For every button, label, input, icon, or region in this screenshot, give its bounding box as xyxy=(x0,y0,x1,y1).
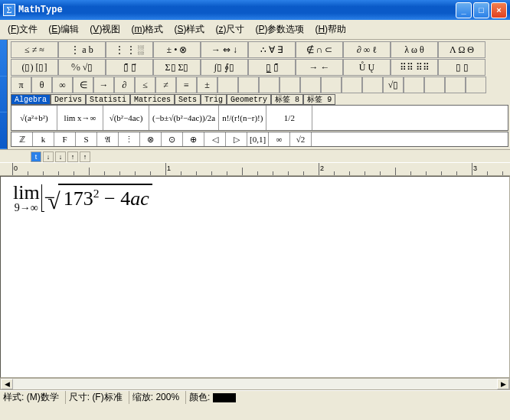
menu-样式[interactable]: (S)样式 xyxy=(169,21,209,37)
palette-button[interactable]: Ů Ų xyxy=(343,59,391,76)
tab-geometry[interactable]: Geometry xyxy=(227,94,271,105)
palette-button[interactable]: ▯̄ ▯⃗ xyxy=(106,59,153,76)
symbol-button[interactable]: ⋮ xyxy=(119,132,140,146)
menu-格式[interactable]: (m)格式 xyxy=(126,21,168,37)
palette-button[interactable]: ∴ ∀ ∃ xyxy=(248,41,296,58)
scroll-left-icon[interactable]: ◀ xyxy=(1,379,13,389)
palette-button[interactable]: ∞ xyxy=(52,77,73,93)
palette-button[interactable]: ▯ ▯ xyxy=(438,59,485,76)
dock-handle[interactable] xyxy=(0,40,8,149)
palette-button[interactable]: → xyxy=(93,77,114,93)
symbol-button[interactable]: ⊕ xyxy=(183,132,204,146)
palette-button[interactable]: ⋮ a b xyxy=(58,41,106,58)
menu-帮助[interactable]: (H)帮助 xyxy=(310,21,351,37)
template-button[interactable]: √(a²+b²) xyxy=(11,106,57,130)
palette-button[interactable] xyxy=(445,77,466,93)
scroll-right-icon[interactable]: ▶ xyxy=(497,379,509,389)
slot-button[interactable]: ↑ xyxy=(80,151,90,162)
palette-button[interactable]: (▯) [▯] xyxy=(11,59,58,76)
palette-button[interactable]: ▯̲ ▯̄ xyxy=(248,59,296,76)
palette-button[interactable]: ≡ xyxy=(176,77,197,93)
symbol-button[interactable]: ∞ xyxy=(269,132,290,146)
tab-标签 9[interactable]: 标签 9 xyxy=(303,94,335,105)
tab-derivs[interactable]: Derivs xyxy=(51,94,86,105)
tool-area: ≤ ≠ ≈⋮ a b⋮ ⋮ ░± • ⊗→ ⇔ ↓∴ ∀ ∃∉ ∩ ⊂∂ ∞ ℓ… xyxy=(0,40,510,150)
symbol-button[interactable]: ⊙ xyxy=(162,132,183,146)
palette-button[interactable]: ± • ⊗ xyxy=(153,41,201,58)
palette-button[interactable]: Σ▯ Σ▯ xyxy=(153,59,201,76)
color-swatch[interactable] xyxy=(213,393,236,402)
palette-button[interactable] xyxy=(217,77,238,93)
horizontal-scrollbar[interactable]: ◀ ▶ xyxy=(0,378,510,390)
slot-button[interactable]: ↑ xyxy=(67,151,78,162)
template-button[interactable]: √(b²−4ac) xyxy=(103,106,149,130)
minimize-button[interactable]: _ xyxy=(456,2,472,18)
symbol-button[interactable]: F xyxy=(54,132,76,146)
template-button[interactable]: n!/(r!(n−r)!) xyxy=(219,106,266,130)
close-button[interactable]: × xyxy=(491,2,507,18)
menu-编辑[interactable]: (E)编辑 xyxy=(44,21,83,37)
sqrt-icon: √ xyxy=(47,190,60,213)
menu-文件[interactable]: (F)文件 xyxy=(3,21,42,37)
equation-canvas[interactable]: lim 9→∞ − √ 1732 − 4ac xyxy=(0,176,510,378)
palette-button[interactable]: ∫▯ ∮▯ xyxy=(201,59,248,76)
palette-button[interactable]: ∉ ∩ ⊂ xyxy=(296,41,343,58)
palette-button[interactable] xyxy=(466,77,486,93)
palette-button[interactable]: ∈ xyxy=(73,77,93,93)
palette-button[interactable] xyxy=(362,77,383,93)
tab-标签 8[interactable]: 标签 8 xyxy=(271,94,303,105)
menu-参数选项[interactable]: (P)参数选项 xyxy=(250,21,309,37)
palette-button[interactable]: λ ω θ xyxy=(391,41,438,58)
palette-button[interactable] xyxy=(280,77,300,93)
palette-button[interactable]: → ← xyxy=(296,59,343,76)
palette-button[interactable] xyxy=(259,77,280,93)
palette-button[interactable]: ≤ xyxy=(135,77,155,93)
symbol-button[interactable]: ◁ xyxy=(204,132,226,146)
slot-button[interactable]: t xyxy=(31,151,41,162)
lim-text: lim xyxy=(13,183,40,203)
palette-button[interactable]: ± xyxy=(197,77,217,93)
palette-button[interactable]: θ xyxy=(31,77,52,93)
menu-视图[interactable]: (V)视图 xyxy=(85,21,125,37)
maximize-button[interactable]: □ xyxy=(473,2,489,18)
template-button[interactable]: (−b±√(b²−4ac))/2a xyxy=(149,106,219,130)
symbol-button[interactable]: ℤ xyxy=(11,132,33,146)
menu-尺寸[interactable]: (z)尺寸 xyxy=(211,21,249,37)
tab-matrices[interactable]: Matrices xyxy=(130,94,175,105)
template-button[interactable]: lim x→∞ xyxy=(57,106,103,130)
palette-button[interactable] xyxy=(424,77,445,93)
tab-statisti[interactable]: Statisti xyxy=(86,94,130,105)
symbol-button[interactable]: ⊗ xyxy=(140,132,162,146)
symbol-button[interactable]: √2 xyxy=(290,132,312,146)
ruler[interactable]: 0123 xyxy=(0,162,510,176)
palette-button[interactable]: ≠ xyxy=(155,77,176,93)
symbol-button[interactable]: S xyxy=(76,132,97,146)
tab-algebra[interactable]: Algebra xyxy=(11,94,51,105)
palette-button[interactable]: ⁰⁄₀ √▯ xyxy=(58,59,106,76)
template-button[interactable]: 1/2 xyxy=(266,106,312,130)
palette-button[interactable]: ∂ xyxy=(114,77,135,93)
palette-button[interactable] xyxy=(300,77,321,93)
palette-button[interactable] xyxy=(321,77,342,93)
palette-button[interactable]: ∂ ∞ ℓ xyxy=(343,41,391,58)
symbol-button[interactable]: k xyxy=(33,132,54,146)
symbol-button[interactable]: ▷ xyxy=(226,132,247,146)
palette-button[interactable] xyxy=(342,77,362,93)
symbol-button[interactable]: [0,1] xyxy=(247,132,269,146)
palette-button[interactable] xyxy=(238,77,259,93)
palette-button[interactable]: √▯ xyxy=(383,77,404,93)
palette-button[interactable]: Λ Ω Θ xyxy=(438,41,485,58)
palette-button[interactable]: → ⇔ ↓ xyxy=(201,41,248,58)
palette-button[interactable]: ⠿⠿ ⠿⠿ xyxy=(391,59,438,76)
radicand: 1732 − 4ac xyxy=(60,185,152,213)
palette-button[interactable]: ⋮ ⋮ ░ xyxy=(106,41,153,58)
slot-button[interactable]: ↓ xyxy=(43,151,54,162)
slot-button[interactable]: ↓ xyxy=(55,151,66,162)
tab-sets[interactable]: Sets xyxy=(175,94,201,105)
palette-button[interactable] xyxy=(404,77,424,93)
tab-trig[interactable]: Trig xyxy=(201,94,227,105)
symbol-button[interactable]: 𝔄 xyxy=(97,132,119,146)
window-title: MathType xyxy=(18,5,456,15)
palette-button[interactable]: ≤ ≠ ≈ xyxy=(11,41,58,58)
palette-button[interactable]: π xyxy=(11,77,31,93)
